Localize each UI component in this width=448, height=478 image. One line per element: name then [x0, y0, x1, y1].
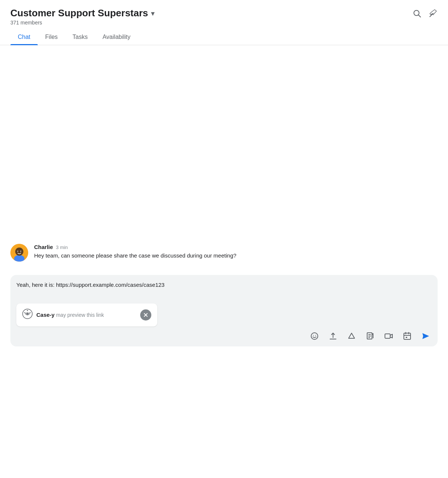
svg-point-15 — [27, 310, 28, 311]
group-title: Customer Support Superstars — [10, 7, 148, 19]
svg-point-13 — [24, 312, 26, 313]
compose-toolbar — [16, 326, 432, 346]
video-button[interactable] — [383, 330, 395, 342]
svg-point-14 — [30, 312, 31, 313]
message-text: Hey team, can someone please share the c… — [34, 252, 236, 260]
svg-point-8 — [18, 251, 19, 252]
drive-button[interactable] — [346, 330, 358, 342]
message-charlie: Charlie 3 min Hey team, can someone plea… — [10, 244, 438, 262]
link-preview-close-button[interactable] — [140, 309, 151, 321]
meet-button[interactable] — [401, 330, 413, 342]
svg-line-1 — [419, 15, 421, 17]
svg-rect-30 — [406, 337, 407, 338]
svg-point-18 — [311, 333, 318, 339]
tab-availability[interactable]: Availability — [95, 30, 138, 45]
pin-icon[interactable] — [429, 9, 438, 18]
emoji-button[interactable] — [309, 330, 320, 342]
tab-files[interactable]: Files — [38, 30, 65, 45]
svg-rect-26 — [404, 333, 411, 339]
message-time: 3 min — [56, 245, 68, 250]
header-left: Customer Support Superstars ▾ 371 member… — [10, 7, 155, 26]
member-count: 371 members — [10, 20, 155, 26]
svg-point-19 — [313, 335, 314, 336]
link-preview-left: Case-ymay preview this link — [22, 309, 104, 321]
sender-name: Charlie — [34, 244, 53, 250]
compose-input[interactable]: Yeah, here it is: https://support.exampl… — [16, 281, 432, 298]
avatar-charlie — [10, 244, 28, 262]
tab-bar: Chat Files Tasks Availability — [0, 30, 448, 45]
upload-button[interactable] — [327, 330, 339, 342]
svg-rect-25 — [385, 334, 390, 338]
link-preview-icon — [22, 309, 33, 321]
message-meta-charlie: Charlie 3 min — [34, 244, 236, 250]
link-preview: Case-ymay preview this link — [16, 303, 157, 326]
chevron-down-icon[interactable]: ▾ — [151, 9, 155, 18]
tab-chat[interactable]: Chat — [10, 30, 38, 45]
search-icon[interactable] — [412, 9, 421, 18]
svg-point-10 — [19, 252, 20, 253]
group-title-row: Customer Support Superstars ▾ — [10, 7, 155, 19]
svg-point-20 — [315, 335, 316, 336]
link-preview-name: Case-ymay preview this link — [36, 312, 104, 318]
send-button[interactable] — [420, 330, 432, 342]
header-actions — [412, 7, 438, 18]
note-button[interactable] — [364, 330, 376, 342]
svg-point-9 — [21, 251, 22, 252]
svg-point-12 — [27, 313, 28, 315]
tab-tasks[interactable]: Tasks — [65, 30, 95, 45]
compose-box: Yeah, here it is: https://support.exampl… — [10, 275, 438, 346]
svg-point-5 — [15, 248, 23, 256]
header: Customer Support Superstars ▾ 371 member… — [0, 0, 448, 26]
message-body-charlie: Charlie 3 min Hey team, can someone plea… — [34, 244, 236, 262]
chat-area: Charlie 3 min Hey team, can someone plea… — [0, 45, 448, 275]
